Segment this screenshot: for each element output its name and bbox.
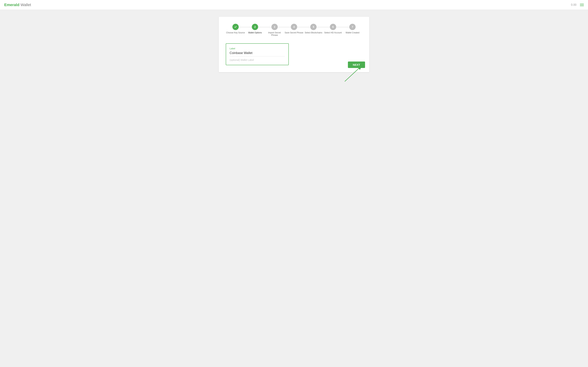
step-2: 2 Wallet Options [245,24,265,34]
step-number-3: 3 [274,25,275,28]
svg-line-1 [345,67,360,82]
wallet-options-form: Label Coinbase Wallet (optional) Wallet … [226,43,289,65]
wallet-label-placeholder: (optional) Wallet Label [230,58,285,61]
menu-line-1 [580,4,584,4]
step-circle-5: 5 [310,24,317,30]
step-label-4: Save Secret Phrase [285,32,303,34]
step-circle-2: 2 [252,24,258,30]
menu-line-3 [580,6,584,6]
step-number-7: 7 [352,25,353,28]
step-5: 5 Select Blockchains [304,24,323,34]
step-number-4: 4 [293,25,295,28]
step-4: 4 Save Secret Phrase [284,24,304,34]
next-button[interactable]: NEXT [348,61,365,68]
topbar-right: 0.00 [571,3,584,7]
app-title: Emerald Wallet [4,3,31,7]
step-6: 6 Select HD Account [323,24,343,34]
menu-icon[interactable] [580,4,584,6]
step-circle-7: 7 [349,24,356,30]
topbar: Emerald Wallet 0.00 [0,0,588,10]
step-label-3: Import Secret Phrase [265,32,284,36]
step-label-2: Wallet Options [248,32,262,34]
wallet-label-input[interactable]: Coinbase Wallet [230,51,285,57]
balance-display: 0.00 [571,3,576,7]
step-number-2: 2 [254,25,256,28]
stepper: Choose Key Source 2 Wallet Options 3 Imp… [226,24,362,36]
app-title-text: Emerald Wallet [4,3,31,7]
step-7: 7 Wallet Created [343,24,362,34]
step-1: Choose Key Source [226,24,245,34]
step-circle-4: 4 [291,24,297,30]
step-label-1: Choose Key Source [226,32,245,34]
step-circle-3: 3 [271,24,278,30]
step-label-7: Wallet Created [346,32,359,34]
step-label-6: Select HD Account [324,32,342,34]
wizard-card: Choose Key Source 2 Wallet Options 3 Imp… [219,17,369,72]
step-number-5: 5 [313,25,314,28]
step-label-5: Select Blockchains [305,32,322,34]
step-circle-6: 6 [330,24,336,30]
step-3: 3 Import Secret Phrase [265,24,284,36]
step-circle-1 [232,24,239,30]
menu-line-2 [580,5,584,5]
step-number-6: 6 [332,25,334,28]
form-label: Label [230,47,285,50]
main-content: Choose Key Source 2 Wallet Options 3 Imp… [0,10,588,79]
